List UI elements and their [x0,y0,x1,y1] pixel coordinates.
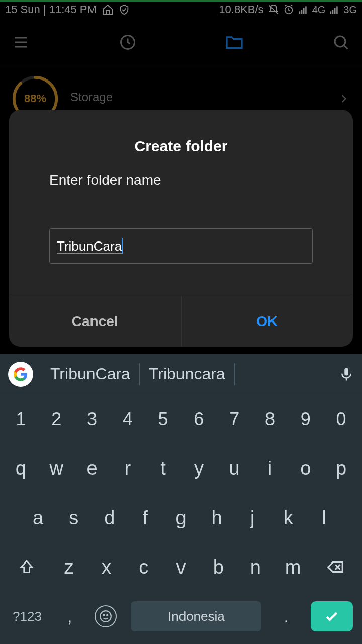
key-comma[interactable]: , [60,599,80,634]
key-m[interactable]: m [278,549,308,585]
key-backspace[interactable] [315,549,355,585]
key-row-bottom: ?123 , Indonesia . [0,592,362,644]
cancel-button[interactable]: Cancel [9,296,182,347]
key-e[interactable]: e [77,451,107,486]
backspace-icon [326,557,345,577]
key-j[interactable]: j [237,500,267,535]
key-1[interactable]: 1 [6,401,36,437]
key-f[interactable]: f [130,500,160,535]
key-x[interactable]: x [92,549,122,585]
key-8[interactable]: 8 [255,401,285,437]
key-row-numbers: 1 2 3 4 5 6 7 8 9 0 [0,394,362,444]
folder-name-input[interactable]: TribunCara [49,228,313,264]
svg-point-15 [107,615,108,616]
key-h[interactable]: h [202,500,232,535]
key-5[interactable]: 5 [148,401,178,437]
dialog-label: Enter folder name [9,172,353,188]
google-icon[interactable] [8,362,33,387]
key-shift[interactable] [7,549,47,585]
create-folder-dialog: Create folder Enter folder name TribunCa… [9,110,353,347]
key-y[interactable]: y [184,451,214,486]
key-v[interactable]: v [166,549,196,585]
key-2[interactable]: 2 [41,401,71,437]
folder-name-value: TribunCara [57,238,122,254]
ok-button[interactable]: OK [182,296,353,347]
key-c[interactable]: c [129,549,159,585]
key-9[interactable]: 9 [291,401,321,437]
check-icon [323,608,340,625]
key-w[interactable]: w [41,451,71,486]
key-a[interactable]: a [23,500,53,535]
key-row-3: z x c v b n m [0,542,362,592]
text-caret [122,238,123,254]
emoji-icon [99,610,112,623]
key-t[interactable]: t [148,451,178,486]
key-space[interactable]: Indonesia [131,601,261,631]
key-row-2: a s d f g h j k l [0,493,362,542]
key-n[interactable]: n [240,549,270,585]
key-6[interactable]: 6 [184,401,214,437]
key-symbols[interactable]: ?123 [9,609,45,624]
key-b[interactable]: b [203,549,233,585]
key-row-1: q w e r t y u i o p [0,444,362,493]
key-3[interactable]: 3 [77,401,107,437]
suggestion-2[interactable]: Tribuncara [140,365,234,383]
key-r[interactable]: r [113,451,143,486]
key-l[interactable]: l [309,500,339,535]
key-z[interactable]: z [54,549,84,585]
key-i[interactable]: i [255,451,285,486]
key-4[interactable]: 4 [113,401,143,437]
key-period[interactable]: . [276,599,296,634]
key-s[interactable]: s [59,500,89,535]
key-enter[interactable] [311,601,353,631]
key-g[interactable]: g [166,500,196,535]
svg-point-14 [103,615,104,616]
mic-icon[interactable] [339,367,354,382]
key-q[interactable]: q [6,451,36,486]
key-k[interactable]: k [273,500,303,535]
key-7[interactable]: 7 [219,401,249,437]
key-emoji[interactable] [95,605,117,627]
svg-point-13 [100,611,111,622]
key-d[interactable]: d [95,500,125,535]
key-o[interactable]: o [291,451,321,486]
suggestion-separator [234,363,235,385]
soft-keyboard: TribunCara Tribuncara 1 2 3 4 5 6 7 8 9 … [0,354,362,644]
key-u[interactable]: u [219,451,249,486]
suggestion-1[interactable]: TribunCara [41,365,139,383]
key-p[interactable]: p [326,451,356,486]
dialog-title: Create folder [9,110,353,172]
shift-icon [19,559,35,575]
suggestion-bar: TribunCara Tribuncara [0,354,362,394]
key-0[interactable]: 0 [326,401,356,437]
